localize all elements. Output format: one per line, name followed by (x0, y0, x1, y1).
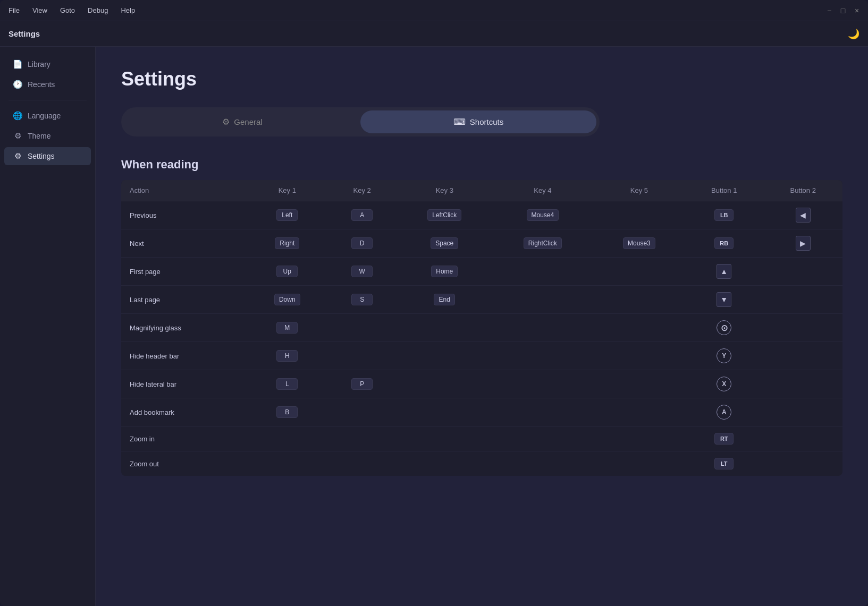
btn2-cell (763, 258, 842, 286)
sidebar-item-recents[interactable]: 🕐 Recents (4, 75, 91, 93)
menu-view[interactable]: View (30, 5, 49, 15)
key-cell (327, 314, 398, 342)
theme-icon: ⚙ (13, 131, 22, 141)
menu-goto[interactable]: Goto (58, 5, 77, 15)
action-cell: Next (121, 229, 248, 258)
table-header-row: Action Key 1 Key 2 Key 3 Key 4 Key 5 But… (121, 180, 842, 201)
button1-badge: ▼ (717, 292, 731, 307)
action-cell: Last page (121, 286, 248, 314)
minimize-button[interactable]: − (824, 6, 834, 15)
key-cell (327, 426, 398, 451)
key-cell: W (327, 258, 398, 286)
table-row: First pageUpWHome▲ (121, 258, 842, 286)
close-button[interactable]: × (852, 6, 862, 15)
btn2-cell (763, 426, 842, 451)
table-row: Hide lateral barLPX (121, 370, 842, 398)
btn1-cell: ▼ (685, 286, 763, 314)
recents-icon: 🕐 (13, 80, 22, 89)
key-badge: B (276, 406, 298, 418)
key-cell: M (248, 314, 327, 342)
key-badge: Mouse3 (623, 237, 655, 249)
sidebar-item-theme[interactable]: ⚙ Theme (4, 127, 91, 145)
key-cell (398, 426, 492, 451)
key-cell: P (327, 370, 398, 398)
btn1-cell: RT (685, 426, 763, 451)
key-cell: Down (248, 286, 327, 314)
button2-badge: ▶ (796, 236, 811, 251)
key-badge: Up (276, 266, 298, 277)
sidebar-item-settings[interactable]: ⚙ Settings (4, 147, 91, 165)
key-cell (492, 398, 594, 426)
key-cell (594, 426, 685, 451)
dark-mode-button[interactable]: 🌙 (848, 28, 859, 40)
window-controls: − □ × (824, 6, 862, 15)
button1-badge: LB (714, 209, 734, 221)
button1-badge: A (717, 405, 731, 420)
shortcuts-tab-label: Shortcuts (470, 117, 503, 126)
action-cell: First page (121, 258, 248, 286)
key-cell (492, 426, 594, 451)
app-window: File View Goto Debug Help − □ × Settings… (0, 0, 868, 606)
key-cell (594, 342, 685, 370)
table-row: Magnifying glassM⊙ (121, 314, 842, 342)
table-row: Last pageDownSEnd▼ (121, 286, 842, 314)
btn2-cell (763, 314, 842, 342)
key-badge: Space (431, 237, 458, 249)
btn2-cell: ◀ (763, 201, 842, 229)
key-cell (327, 398, 398, 426)
key-cell: L (248, 370, 327, 398)
tab-shortcuts[interactable]: ⌨ Shortcuts (360, 110, 596, 133)
btn1-cell: A (685, 398, 763, 426)
settings-icon: ⚙ (13, 151, 22, 161)
table-row: Add bookmarkBA (121, 398, 842, 426)
button1-badge: X (717, 377, 731, 391)
key-cell (398, 342, 492, 370)
shortcuts-tab-icon: ⌨ (453, 117, 466, 127)
btn1-cell: ⊙ (685, 314, 763, 342)
app-header: Settings 🌙 (0, 21, 868, 47)
button1-badge: Y (717, 348, 731, 363)
sidebar-label-settings: Settings (28, 152, 55, 160)
key-cell (492, 451, 594, 476)
table-row: Zoom outLT (121, 451, 842, 476)
sidebar: 📄 Library 🕐 Recents 🌐 Language ⚙ Theme ⚙… (0, 47, 96, 606)
sidebar-label-theme: Theme (28, 132, 51, 140)
menu-debug[interactable]: Debug (86, 5, 110, 15)
key-badge: Mouse4 (527, 209, 559, 221)
key-badge: L (276, 378, 298, 390)
maximize-button[interactable]: □ (838, 6, 848, 15)
action-cell: Zoom out (121, 451, 248, 476)
key-cell (492, 370, 594, 398)
action-cell: Hide header bar (121, 342, 248, 370)
app-body: 📄 Library 🕐 Recents 🌐 Language ⚙ Theme ⚙… (0, 47, 868, 606)
button1-badge: ▲ (717, 264, 731, 279)
key-badge: Right (275, 237, 299, 249)
key-cell: Mouse4 (492, 201, 594, 229)
title-bar: File View Goto Debug Help − □ × (0, 0, 868, 21)
sidebar-item-library[interactable]: 📄 Library (4, 55, 91, 73)
key-cell (594, 201, 685, 229)
key-cell: Left (248, 201, 327, 229)
key-badge: Left (276, 209, 298, 221)
col-key5: Key 5 (594, 180, 685, 201)
key-cell (248, 426, 327, 451)
page-title: Settings (121, 68, 842, 90)
tab-general[interactable]: ⚙ General (124, 110, 360, 133)
key-cell: A (327, 201, 398, 229)
table-row: PreviousLeftALeftClickMouse4LB◀ (121, 201, 842, 229)
app-header-title: Settings (9, 29, 40, 38)
library-icon: 📄 (13, 59, 22, 69)
menu-help[interactable]: Help (119, 5, 137, 15)
btn1-cell: ▲ (685, 258, 763, 286)
tab-switcher: ⚙ General ⌨ Shortcuts (121, 107, 600, 136)
key-cell: D (327, 229, 398, 258)
action-cell: Hide lateral bar (121, 370, 248, 398)
key-cell: LeftClick (398, 201, 492, 229)
sidebar-item-language[interactable]: 🌐 Language (4, 107, 91, 125)
key-cell (248, 451, 327, 476)
shortcuts-table: Action Key 1 Key 2 Key 3 Key 4 Key 5 But… (121, 180, 842, 476)
menu-file[interactable]: File (6, 5, 22, 15)
button1-badge: LT (714, 458, 734, 470)
key-cell: End (398, 286, 492, 314)
key-cell (594, 286, 685, 314)
